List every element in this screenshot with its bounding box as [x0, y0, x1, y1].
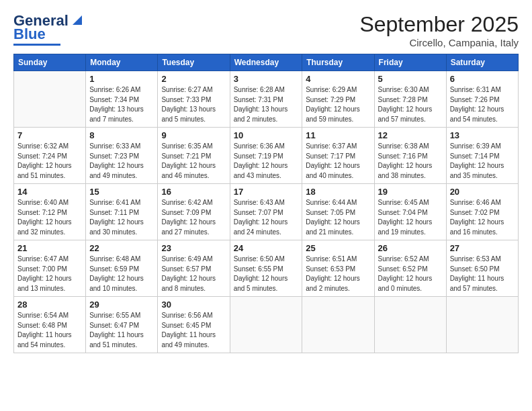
day-number: 26	[378, 243, 443, 253]
table-row: 27Sunrise: 6:53 AMSunset: 6:50 PMDayligh…	[446, 240, 518, 297]
day-number: 3	[234, 74, 299, 84]
day-detail: Sunrise: 6:51 AMSunset: 6:53 PMDaylight:…	[306, 255, 370, 293]
day-detail: Sunrise: 6:27 AMSunset: 7:33 PMDaylight:…	[161, 85, 226, 124]
table-row: 18Sunrise: 6:44 AMSunset: 7:05 PMDayligh…	[302, 184, 374, 240]
day-number: 16	[161, 187, 226, 197]
calendar-week-row: 14Sunrise: 6:40 AMSunset: 7:12 PMDayligh…	[14, 184, 519, 240]
day-detail: Sunrise: 6:35 AMSunset: 7:21 PMDaylight:…	[161, 142, 226, 181]
table-row: 26Sunrise: 6:52 AMSunset: 6:52 PMDayligh…	[374, 240, 446, 297]
month-title: September 2025	[359, 12, 519, 37]
logo: General Blue	[13, 12, 85, 46]
day-number: 18	[306, 187, 370, 197]
day-detail: Sunrise: 6:50 AMSunset: 6:55 PMDaylight:…	[234, 255, 299, 293]
day-number: 9	[161, 130, 226, 140]
col-saturday: Saturday	[446, 54, 518, 71]
logo-underline	[13, 44, 60, 46]
calendar-week-row: 1Sunrise: 6:26 AMSunset: 7:34 PMDaylight…	[14, 71, 519, 128]
day-number: 17	[234, 187, 299, 197]
day-detail: Sunrise: 6:53 AMSunset: 6:50 PMDaylight:…	[450, 255, 515, 293]
day-detail: Sunrise: 6:26 AMSunset: 7:34 PMDaylight:…	[89, 85, 154, 124]
table-row: 25Sunrise: 6:51 AMSunset: 6:53 PMDayligh…	[302, 240, 374, 297]
table-row: 6Sunrise: 6:31 AMSunset: 7:26 PMDaylight…	[446, 71, 518, 128]
day-number: 23	[161, 243, 226, 253]
table-row: 21Sunrise: 6:47 AMSunset: 7:00 PMDayligh…	[14, 240, 86, 297]
table-row: 11Sunrise: 6:37 AMSunset: 7:17 PMDayligh…	[302, 128, 374, 184]
table-row: 7Sunrise: 6:32 AMSunset: 7:24 PMDaylight…	[14, 128, 86, 184]
day-detail: Sunrise: 6:54 AMSunset: 6:48 PMDaylight:…	[17, 311, 82, 350]
page: General Blue September 2025 Circello, Ca…	[0, 0, 532, 411]
day-detail: Sunrise: 6:39 AMSunset: 7:14 PMDaylight:…	[450, 142, 515, 181]
day-number: 19	[378, 187, 443, 197]
day-detail: Sunrise: 6:28 AMSunset: 7:31 PMDaylight:…	[234, 85, 299, 124]
table-row: 22Sunrise: 6:48 AMSunset: 6:59 PMDayligh…	[86, 240, 158, 297]
table-row: 16Sunrise: 6:42 AMSunset: 7:09 PMDayligh…	[158, 184, 230, 240]
day-detail: Sunrise: 6:33 AMSunset: 7:23 PMDaylight:…	[89, 142, 154, 181]
day-number: 2	[161, 74, 226, 84]
logo-icon	[70, 13, 85, 28]
calendar-week-row: 21Sunrise: 6:47 AMSunset: 7:00 PMDayligh…	[14, 240, 519, 297]
col-monday: Monday	[86, 54, 158, 71]
day-detail: Sunrise: 6:30 AMSunset: 7:28 PMDaylight:…	[378, 85, 443, 124]
day-number: 30	[161, 300, 226, 310]
day-detail: Sunrise: 6:29 AMSunset: 7:29 PMDaylight:…	[306, 85, 370, 124]
day-number: 7	[17, 130, 82, 140]
table-row: 8Sunrise: 6:33 AMSunset: 7:23 PMDaylight…	[86, 128, 158, 184]
day-number: 8	[89, 130, 154, 140]
svg-marker-0	[73, 15, 82, 25]
table-row: 5Sunrise: 6:30 AMSunset: 7:28 PMDaylight…	[374, 71, 446, 128]
day-number: 14	[17, 187, 82, 197]
day-number: 27	[450, 243, 515, 253]
day-detail: Sunrise: 6:55 AMSunset: 6:47 PMDaylight:…	[89, 311, 154, 350]
header: General Blue September 2025 Circello, Ca…	[13, 12, 519, 48]
day-number: 24	[234, 243, 299, 253]
table-row: 19Sunrise: 6:45 AMSunset: 7:04 PMDayligh…	[374, 184, 446, 240]
table-row: 15Sunrise: 6:41 AMSunset: 7:11 PMDayligh…	[86, 184, 158, 240]
table-row	[14, 71, 86, 128]
table-row: 14Sunrise: 6:40 AMSunset: 7:12 PMDayligh…	[14, 184, 86, 240]
day-number: 29	[89, 300, 154, 310]
day-detail: Sunrise: 6:47 AMSunset: 7:00 PMDaylight:…	[17, 255, 82, 293]
day-number: 5	[378, 74, 443, 84]
table-row	[302, 297, 374, 353]
table-row	[446, 297, 518, 353]
table-row: 2Sunrise: 6:27 AMSunset: 7:33 PMDaylight…	[158, 71, 230, 128]
day-detail: Sunrise: 6:40 AMSunset: 7:12 PMDaylight:…	[17, 198, 82, 237]
table-row: 4Sunrise: 6:29 AMSunset: 7:29 PMDaylight…	[302, 71, 374, 128]
title-section: September 2025 Circello, Campania, Italy	[359, 12, 519, 48]
calendar-week-row: 7Sunrise: 6:32 AMSunset: 7:24 PMDaylight…	[14, 128, 519, 184]
day-detail: Sunrise: 6:41 AMSunset: 7:11 PMDaylight:…	[89, 198, 154, 237]
day-number: 11	[306, 130, 370, 140]
day-detail: Sunrise: 6:56 AMSunset: 6:45 PMDaylight:…	[161, 311, 226, 350]
col-friday: Friday	[374, 54, 446, 71]
col-tuesday: Tuesday	[158, 54, 230, 71]
day-number: 10	[234, 130, 299, 140]
table-row: 12Sunrise: 6:38 AMSunset: 7:16 PMDayligh…	[374, 128, 446, 184]
table-row: 13Sunrise: 6:39 AMSunset: 7:14 PMDayligh…	[446, 128, 518, 184]
day-number: 12	[378, 130, 443, 140]
table-row: 1Sunrise: 6:26 AMSunset: 7:34 PMDaylight…	[86, 71, 158, 128]
logo-blue: Blue	[13, 26, 46, 43]
table-row: 17Sunrise: 6:43 AMSunset: 7:07 PMDayligh…	[230, 184, 302, 240]
day-number: 22	[89, 243, 154, 253]
calendar-week-row: 28Sunrise: 6:54 AMSunset: 6:48 PMDayligh…	[14, 297, 519, 353]
day-detail: Sunrise: 6:42 AMSunset: 7:09 PMDaylight:…	[161, 198, 226, 237]
day-number: 21	[17, 243, 82, 253]
table-row: 3Sunrise: 6:28 AMSunset: 7:31 PMDaylight…	[230, 71, 302, 128]
day-detail: Sunrise: 6:43 AMSunset: 7:07 PMDaylight:…	[234, 198, 299, 237]
day-number: 25	[306, 243, 370, 253]
table-row	[374, 297, 446, 353]
col-thursday: Thursday	[302, 54, 374, 71]
day-number: 15	[89, 187, 154, 197]
col-wednesday: Wednesday	[230, 54, 302, 71]
day-detail: Sunrise: 6:31 AMSunset: 7:26 PMDaylight:…	[450, 85, 515, 124]
day-detail: Sunrise: 6:48 AMSunset: 6:59 PMDaylight:…	[89, 255, 154, 293]
table-row: 30Sunrise: 6:56 AMSunset: 6:45 PMDayligh…	[158, 297, 230, 353]
table-row: 23Sunrise: 6:49 AMSunset: 6:57 PMDayligh…	[158, 240, 230, 297]
day-detail: Sunrise: 6:38 AMSunset: 7:16 PMDaylight:…	[378, 142, 443, 181]
day-detail: Sunrise: 6:49 AMSunset: 6:57 PMDaylight:…	[161, 255, 226, 293]
day-number: 20	[450, 187, 515, 197]
calendar-header-row: Sunday Monday Tuesday Wednesday Thursday…	[14, 54, 519, 71]
location: Circello, Campania, Italy	[359, 37, 519, 48]
day-detail: Sunrise: 6:44 AMSunset: 7:05 PMDaylight:…	[306, 198, 370, 237]
day-number: 6	[450, 74, 515, 84]
